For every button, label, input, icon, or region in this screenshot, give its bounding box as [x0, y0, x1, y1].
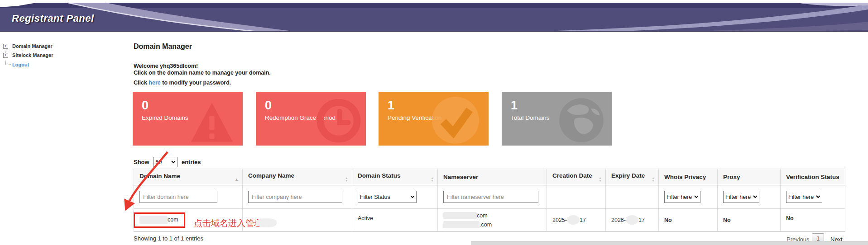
sidebar-item-domain-manager[interactable]: Domain Manager: [12, 43, 53, 49]
annotation-arrow-icon: [109, 147, 181, 215]
annotation-blur-patch: [256, 218, 277, 227]
modify-password-link[interactable]: here: [149, 80, 160, 86]
column-header-verification-status[interactable]: Verification Status: [781, 169, 845, 185]
column-label: Expiry Date: [611, 172, 645, 179]
sort-both-icon: ▲▼: [652, 177, 655, 182]
sort-both-icon: ▲▼: [431, 177, 434, 182]
welcome-line2: Click on the domain name to manage your …: [134, 70, 271, 76]
creation-date-prefix: 2025-: [552, 217, 567, 223]
expiry-date-suffix: 17: [638, 217, 645, 223]
expiry-date-prefix: 2026-: [611, 217, 626, 223]
header-banner: Registrant Panel: [0, 3, 868, 32]
warning-icon: [190, 102, 234, 143]
sort-both-icon: ▲▼: [599, 177, 602, 182]
check-icon: [431, 95, 480, 145]
banner-swoosh-graphic: [0, 3, 868, 32]
clock-icon: [315, 97, 362, 144]
domain-status-text: Active: [358, 215, 373, 221]
registrant-panel-screen: Registrant Panel + Domain Manager + Site…: [0, 0, 868, 245]
nameserver-line1: com: [443, 211, 547, 220]
column-label: Proxy: [723, 174, 740, 180]
nameserver-line2: .com: [443, 220, 547, 229]
filter-proxy-select[interactable]: Filter here: [723, 191, 759, 203]
welcome-line1: Welcome yhq365dlcom!: [134, 63, 271, 70]
cell-expiry-date: 2026-17: [606, 209, 659, 231]
column-label: Company Name: [248, 172, 294, 179]
expand-sitelock-manager-icon[interactable]: +: [3, 53, 8, 58]
cell-nameserver: com .com: [438, 209, 547, 231]
filter-whois-select[interactable]: Filter here: [664, 191, 700, 203]
nameserver-suffix: com: [477, 212, 488, 219]
table-header-row: Domain Name▲ Company Name▲▼ Domain Statu…: [134, 169, 845, 185]
filter-verification-select[interactable]: Filter here: [786, 191, 822, 203]
column-label: Verification Status: [786, 174, 839, 180]
cell-proxy: No: [718, 209, 781, 231]
tree-connector-stub: [6, 64, 11, 65]
column-header-expiry-date[interactable]: Expiry Date▲▼: [606, 169, 659, 185]
filter-nameserver-input[interactable]: [443, 191, 538, 203]
column-label: Whois Privacy: [664, 174, 706, 180]
table-filter-row: Filter Status Filter here Filter here Fi…: [134, 185, 845, 209]
sort-both-icon: ▲▼: [345, 177, 348, 182]
expand-domain-manager-icon[interactable]: +: [3, 44, 8, 49]
annotation-text: 点击域名进入管理: [194, 217, 263, 229]
entries-label: entries: [182, 159, 201, 165]
creation-date-suffix: 17: [580, 217, 586, 223]
redacted-date-blur: [567, 215, 580, 225]
column-label: Creation Date: [552, 172, 592, 179]
sort-asc-icon: ▲: [235, 177, 239, 182]
page-title: Domain Manager: [134, 42, 192, 51]
stat-card-expired-domains: 0 Expired Domains: [133, 92, 243, 146]
annotation-highlight-box: [134, 212, 185, 228]
cell-domain-status: Active: [352, 209, 438, 231]
app-title: Registrant Panel: [12, 13, 94, 24]
redacted-date-blur: [626, 215, 638, 225]
globe-icon: [557, 96, 605, 144]
table-info-text: Showing 1 to 1 of 1 entries: [134, 235, 203, 242]
bottom-window-edge: [471, 241, 868, 245]
filter-status-select[interactable]: Filter Status: [358, 191, 417, 203]
column-header-nameserver[interactable]: Nameserver: [438, 169, 547, 185]
column-label: Nameserver: [443, 174, 478, 180]
column-header-company-name[interactable]: Company Name▲▼: [243, 169, 352, 185]
sidebar-item-sitelock-manager[interactable]: Sitelock Manager: [12, 52, 53, 58]
nameserver-suffix: .com: [480, 221, 492, 228]
column-header-proxy[interactable]: Proxy: [718, 169, 781, 185]
welcome-text: Welcome yhq365dlcom! Click on the domain…: [134, 63, 271, 76]
redacted-nameserver-blur: [443, 212, 477, 219]
stat-card-pending-verification: 1 Pending Verification: [379, 92, 489, 146]
sidebar-item-logout[interactable]: Logout: [12, 62, 29, 67]
stat-card-total-domains: 1 Total Domains: [502, 92, 612, 146]
stat-card-redemption-grace: 0 Redemption Grace Period: [256, 92, 366, 146]
column-header-domain-status[interactable]: Domain Status▲▼: [352, 169, 438, 185]
column-header-whois-privacy[interactable]: Whois Privacy: [659, 169, 718, 185]
cell-whois-privacy: No: [659, 209, 718, 231]
cell-verification-status: No: [781, 209, 845, 231]
filter-company-input[interactable]: [248, 191, 342, 203]
column-label: Domain Status: [358, 172, 401, 179]
password-line-pre: Click: [134, 80, 149, 86]
password-line-post: to modify your password.: [161, 80, 231, 86]
redacted-nameserver-blur: [443, 221, 480, 228]
password-line: Click here to modify your password.: [134, 80, 231, 86]
cell-creation-date: 2025-17: [547, 209, 606, 231]
column-header-creation-date[interactable]: Creation Date▲▼: [547, 169, 606, 185]
